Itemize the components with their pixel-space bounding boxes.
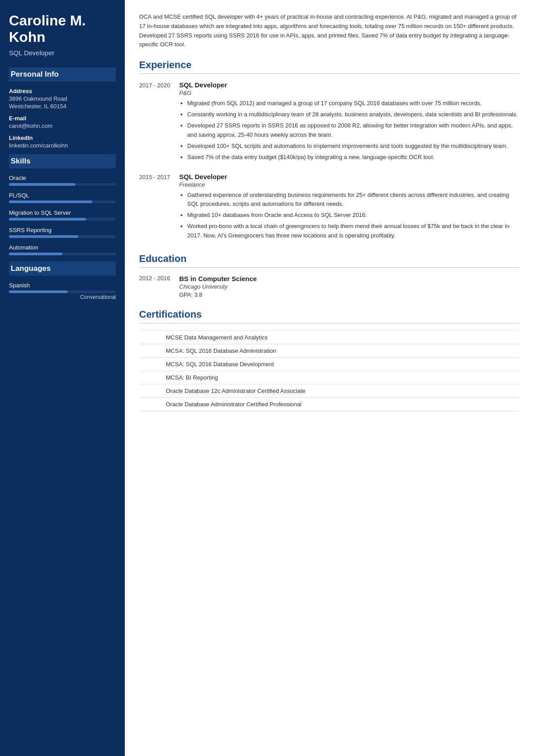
skill-plsql-bar-fill [9, 200, 92, 203]
skill-plsql-bar-bg [9, 200, 116, 203]
cert-row-2: MCSA: SQL 2016 Database Administration [139, 344, 519, 357]
exp-bullet-2-1: Gathered experience of understanding bus… [187, 191, 519, 208]
skill-migration-bar-bg [9, 218, 116, 221]
personal-info-section-title: Personal Info [9, 67, 116, 82]
exp-bullet-1-4: Developed 100+ SQL scripts and automatio… [187, 142, 519, 151]
skill-plsql: PL/SQL [9, 192, 116, 203]
exp-bullets-2: Gathered experience of understanding bus… [179, 191, 519, 240]
cert-row-4: MCSA: BI Reporting [139, 371, 519, 384]
email-value: carol@kohn.com [9, 123, 116, 129]
lang-spanish-bar-bg [9, 290, 116, 293]
cert-5: Oracle Database 12c Administrator Certif… [139, 384, 519, 397]
experience-section-title: Experience [139, 59, 519, 74]
cert-2: MCSA: SQL 2016 Database Administration [139, 344, 519, 357]
exp-company-1: P&G [179, 90, 519, 96]
skill-oracle-bar-fill [9, 183, 75, 186]
skill-oracle-bar-bg [9, 183, 116, 186]
skill-automation-name: Automation [9, 244, 116, 251]
certifications-table: MCSE Data Management and Analytics MCSA:… [139, 331, 519, 411]
skill-automation: Automation [9, 244, 116, 255]
exp-company-2: Freelance [179, 181, 519, 188]
skill-migration-bar-fill [9, 218, 86, 221]
cert-row-5: Oracle Database 12c Administrator Certif… [139, 384, 519, 397]
exp-bullet-1-2: Constantly working in a multidisciplinar… [187, 110, 519, 119]
education-section: Education 2012 - 2016 BS in Computer Sci… [139, 253, 519, 298]
skill-ssrs: SSRS Reporting [9, 227, 116, 238]
skill-oracle-name: Oracle [9, 175, 116, 181]
candidate-name: Caroline M. Kohn [9, 12, 116, 45]
summary-text: OCA and MCSE certified SQL developer wit… [139, 12, 519, 49]
skill-automation-bar-fill [9, 253, 62, 255]
linkedin-label: LinkedIn [9, 135, 116, 141]
skill-ssrs-name: SSRS Reporting [9, 227, 116, 233]
education-section-title: Education [139, 253, 519, 268]
skill-plsql-name: PL/SQL [9, 192, 116, 199]
exp-job-title-2: SQL Developer [179, 173, 519, 180]
email-label: E-mail [9, 115, 116, 122]
cert-row-1: MCSE Data Management and Analytics [139, 331, 519, 344]
skills-section-title: Skills [9, 154, 116, 168]
skill-oracle: Oracle [9, 175, 116, 186]
edu-date-1: 2012 - 2016 [139, 275, 179, 298]
linkedin-value: linkedin.com/carolkohn [9, 142, 116, 149]
cert-6: Oracle Database Administrator Certified … [139, 397, 519, 411]
sidebar: Caroline M. Kohn SQL Developer Personal … [0, 0, 125, 756]
lang-spanish-name: Spanish [9, 282, 116, 289]
skill-ssrs-bar-bg [9, 235, 116, 238]
main-content: OCA and MCSE certified SQL developer wit… [125, 0, 535, 756]
address-line2: Westchester, IL 60154 [9, 103, 116, 110]
skill-automation-bar-bg [9, 253, 116, 255]
cert-row-6: Oracle Database Administrator Certified … [139, 397, 519, 411]
resume-container: Caroline M. Kohn SQL Developer Personal … [0, 0, 535, 756]
experience-row-1: 2017 - 2020 SQL Developer P&G Migrated (… [139, 81, 519, 164]
exp-bullet-1-1: Migrated (from SQL 2012) and managed a g… [187, 99, 519, 108]
exp-job-title-1: SQL Developer [179, 81, 519, 89]
languages-section-title: Languages [9, 262, 116, 276]
exp-bullets-1: Migrated (from SQL 2012) and managed a g… [179, 99, 519, 162]
experience-section: Experience 2017 - 2020 SQL Developer P&G… [139, 59, 519, 242]
lang-spanish-level: Conversational [9, 294, 116, 300]
exp-body-1: SQL Developer P&G Migrated (from SQL 201… [179, 81, 519, 164]
edu-gpa-1: GPA: 3.8 [179, 291, 519, 298]
cert-4: MCSA: BI Reporting [139, 371, 519, 384]
address-label: Address [9, 88, 116, 94]
lang-spanish-bar-fill [9, 290, 68, 293]
exp-bullet-2-2: Migrated 10+ databases from Oracle and A… [187, 211, 519, 220]
exp-date-2: 2015 - 2017 [139, 173, 179, 242]
address-line1: 3896 Oakmound Road [9, 95, 116, 102]
skill-migration: Migration to SQL Server [9, 209, 116, 221]
exp-date-1: 2017 - 2020 [139, 81, 179, 164]
skills-list: Oracle PL/SQL Migration to SQL Server [9, 175, 116, 255]
edu-degree-1: BS in Computer Science [179, 275, 519, 282]
edu-school-1: Chicago University [179, 283, 519, 290]
experience-row-2: 2015 - 2017 SQL Developer Freelance Gath… [139, 173, 519, 242]
exp-bullet-1-5: Saved 7% of the data entry budget ($140k… [187, 153, 519, 162]
edu-row-1: 2012 - 2016 BS in Computer Science Chica… [139, 275, 519, 298]
certifications-section: Certifications MCSE Data Management and … [139, 309, 519, 411]
cert-3: MCSA: SQL 2016 Database Development [139, 357, 519, 371]
candidate-title: SQL Developer [9, 49, 116, 57]
skill-migration-name: Migration to SQL Server [9, 209, 116, 216]
exp-body-2: SQL Developer Freelance Gathered experie… [179, 173, 519, 242]
lang-spanish: Spanish Conversational [9, 282, 116, 300]
cert-1: MCSE Data Management and Analytics [139, 331, 519, 344]
cert-row-3: MCSA: SQL 2016 Database Development [139, 357, 519, 371]
skill-ssrs-bar-fill [9, 235, 78, 238]
exp-bullet-2-3: Worked pro-bono with a local chain of gr… [187, 222, 519, 240]
exp-bullet-1-3: Developed 27 SSRS reports in SSRS 2016 a… [187, 121, 519, 139]
certifications-section-title: Certifications [139, 309, 519, 323]
edu-body-1: BS in Computer Science Chicago Universit… [179, 275, 519, 298]
